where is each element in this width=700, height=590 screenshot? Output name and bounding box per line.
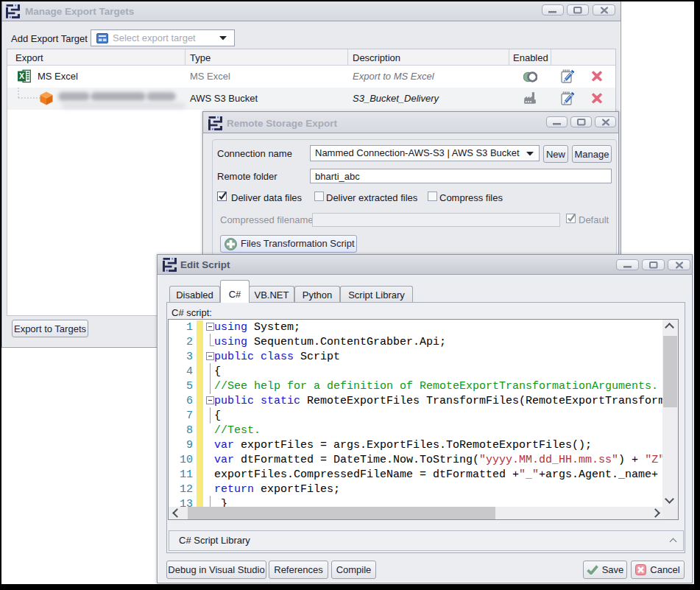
svg-text:X: X bbox=[19, 71, 24, 80]
